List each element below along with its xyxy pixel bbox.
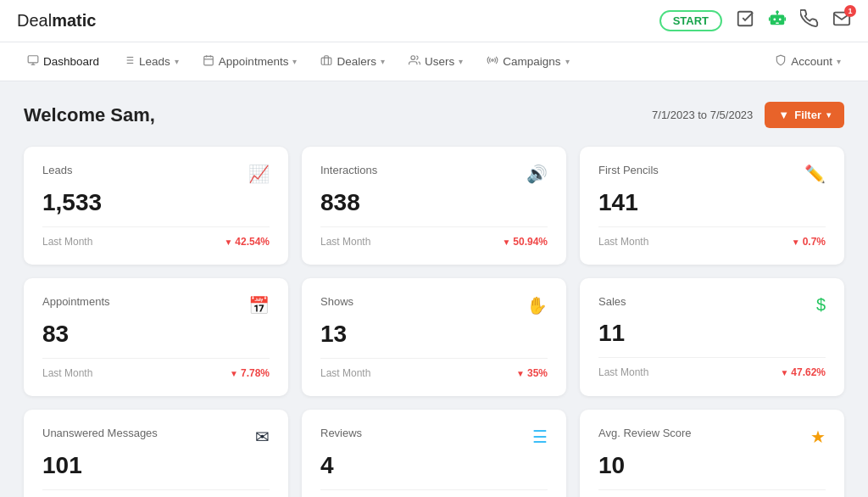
card-value: 83 xyxy=(42,321,270,348)
mail-badge: 1 xyxy=(844,5,856,17)
metric-card-unanswered-messages: Unanswered Messages ✉ 101 Last Month ▲ 3… xyxy=(24,410,288,497)
chevron-down-icon: ▾ xyxy=(175,57,179,66)
chevron-down-icon: ▾ xyxy=(381,57,385,66)
card-header: Reviews ☰ xyxy=(320,427,548,447)
card-footer: Last Month ▼ 35% xyxy=(320,367,548,379)
card-icon-first-pencils: ✏️ xyxy=(804,164,826,184)
metric-card-leads: Leads 📈 1,533 Last Month ▼ 42.54% xyxy=(24,147,288,265)
card-value: 4 xyxy=(320,452,548,479)
robot-icon[interactable] xyxy=(768,9,787,32)
metrics-grid: Leads 📈 1,533 Last Month ▼ 42.54% Intera… xyxy=(24,147,844,497)
arrow-down-icon: ▼ xyxy=(502,237,510,247)
sidebar-item-appointments[interactable]: Appointments ▾ xyxy=(192,49,308,74)
metric-card-avg-review-score: Avg. Review Score ★ 10 Last Month 0% xyxy=(580,410,844,497)
briefcase-icon xyxy=(320,54,332,69)
logo: Dealmatic xyxy=(17,11,96,31)
page-header: Welcome Sam, 7/1/2023 to 7/5/2023 ▼ Filt… xyxy=(24,102,844,128)
card-header: First Pencils ✏️ xyxy=(598,164,826,184)
svg-point-2 xyxy=(773,19,776,21)
start-button[interactable]: START xyxy=(659,10,722,31)
mail-icon[interactable]: 1 xyxy=(832,9,851,32)
nav-label-dealers: Dealers xyxy=(337,55,376,68)
card-label: Sales xyxy=(598,295,626,308)
nav-label-dashboard: Dashboard xyxy=(43,55,99,68)
shield-icon xyxy=(775,54,787,69)
card-footer: Last Month ▼ 50.94% xyxy=(320,236,548,248)
topbar: Dealmatic START 1 xyxy=(0,0,868,42)
arrow-down-icon: ▼ xyxy=(780,368,788,377)
card-divider xyxy=(42,358,270,359)
card-value: 101 xyxy=(42,452,270,479)
metric-card-interactions: Interactions 🔊 838 Last Month ▼ 50.94% xyxy=(302,147,566,265)
card-value: 11 xyxy=(598,320,826,347)
metric-card-appointments: Appointments 📅 83 Last Month ▼ 7.78% xyxy=(24,278,288,396)
nav-label-appointments: Appointments xyxy=(219,55,289,68)
arrow-down-icon: ▼ xyxy=(224,237,232,247)
nav-label-campaigns: Campaigns xyxy=(503,55,560,68)
card-footer: Last Month ▼ 42.54% xyxy=(42,236,270,248)
svg-rect-9 xyxy=(28,56,38,63)
sidebar-item-campaigns[interactable]: Campaigns ▾ xyxy=(476,49,579,74)
checkbox-icon[interactable] xyxy=(736,9,754,32)
card-divider xyxy=(598,357,826,358)
card-divider xyxy=(42,489,270,490)
filter-icon: ▼ xyxy=(778,109,789,121)
change-value: ▼ 0.7% xyxy=(792,236,826,248)
card-label: Leads xyxy=(42,164,72,176)
sidebar-item-users[interactable]: Users ▾ xyxy=(398,49,473,74)
chevron-down-icon: ▾ xyxy=(565,57,570,66)
card-label: Shows xyxy=(320,295,353,308)
last-month-label: Last Month xyxy=(320,367,370,379)
metric-card-shows: Shows ✋ 13 Last Month ▼ 35% xyxy=(302,278,566,396)
card-header: Unanswered Messages ✉ xyxy=(42,427,270,447)
radio-icon xyxy=(487,54,498,69)
card-label: Appointments xyxy=(42,295,110,308)
sidebar-item-account[interactable]: Account ▾ xyxy=(765,49,851,74)
calendar-icon xyxy=(203,54,214,69)
card-divider xyxy=(320,489,548,490)
change-value: ▼ 50.94% xyxy=(502,236,548,248)
card-value: 838 xyxy=(320,189,548,216)
card-label: First Pencils xyxy=(598,164,659,176)
svg-rect-18 xyxy=(204,56,214,65)
change-value: ▼ 42.54% xyxy=(224,236,270,248)
date-range: 7/1/2023 to 7/5/2023 xyxy=(652,109,753,121)
card-divider xyxy=(598,226,826,227)
card-icon-shows: ✋ xyxy=(526,295,548,316)
card-value: 141 xyxy=(598,189,826,216)
users-icon xyxy=(409,54,420,69)
last-month-label: Last Month xyxy=(598,236,648,248)
topbar-right: START 1 xyxy=(659,9,851,32)
change-value: ▼ 7.78% xyxy=(230,367,270,379)
filter-button[interactable]: ▼ Filter ▾ xyxy=(765,102,844,128)
metric-card-first-pencils: First Pencils ✏️ 141 Last Month ▼ 0.7% xyxy=(580,147,844,265)
chevron-down-icon: ▾ xyxy=(459,57,463,66)
sidebar-item-leads[interactable]: Leads ▾ xyxy=(113,49,189,74)
nav-label-account: Account xyxy=(791,55,832,68)
last-month-label: Last Month xyxy=(320,236,370,248)
card-header: Appointments 📅 xyxy=(42,295,270,316)
card-icon-leads: 📈 xyxy=(248,164,270,184)
card-header: Shows ✋ xyxy=(320,295,548,316)
card-label: Reviews xyxy=(320,427,362,439)
card-footer: Last Month ▼ 0.7% xyxy=(598,236,826,248)
card-divider xyxy=(42,226,270,227)
main-content: Welcome Sam, 7/1/2023 to 7/5/2023 ▼ Filt… xyxy=(0,81,868,497)
svg-rect-22 xyxy=(322,58,332,64)
sidebar-item-dealers[interactable]: Dealers ▾ xyxy=(310,49,395,74)
phone-icon[interactable] xyxy=(800,9,819,32)
sidebar-item-dashboard[interactable]: Dashboard xyxy=(17,49,109,74)
arrow-down-icon: ▼ xyxy=(792,237,800,247)
card-value: 1,533 xyxy=(42,189,270,216)
list-icon xyxy=(123,54,135,69)
card-icon-avg-review-score: ★ xyxy=(810,427,826,447)
filter-label: Filter xyxy=(794,109,821,121)
arrow-down-icon: ▼ xyxy=(516,369,525,378)
card-label: Interactions xyxy=(320,164,377,176)
card-header: Sales $ xyxy=(598,295,826,315)
svg-point-24 xyxy=(492,59,493,61)
header-right: 7/1/2023 to 7/5/2023 ▼ Filter ▾ xyxy=(652,102,844,128)
last-month-label: Last Month xyxy=(42,367,92,379)
last-month-label: Last Month xyxy=(42,236,92,248)
card-icon-appointments: 📅 xyxy=(248,295,270,316)
